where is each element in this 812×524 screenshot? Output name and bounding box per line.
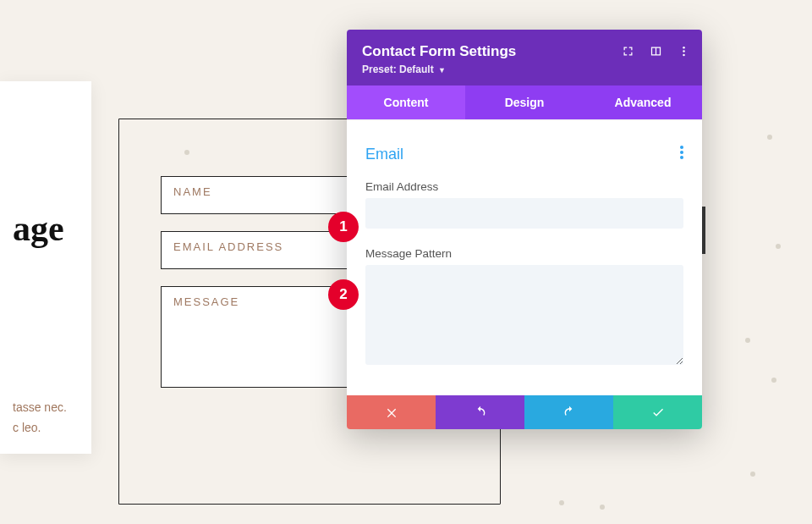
email-address-label: Email Address [365, 180, 683, 193]
svg-point-4 [680, 151, 683, 154]
email-address-input[interactable] [365, 198, 683, 229]
save-button[interactable] [613, 395, 702, 429]
section-header: Email [365, 146, 683, 163]
modal-preset[interactable]: Preset: Default ▼ [362, 63, 687, 75]
bg-dot [776, 244, 781, 249]
expand-icon[interactable] [622, 45, 634, 58]
section-title[interactable]: Email [365, 146, 403, 163]
settings-modal: Contact Form Settings Preset: Default ▼ … [347, 30, 702, 429]
form-email-placeholder: EMAIL ADDRESS [173, 240, 283, 253]
modal-header-icons [622, 45, 690, 58]
lorem-line: tasse nec. [13, 398, 79, 418]
callout-badge-1: 1 [328, 212, 359, 242]
bg-dot [750, 472, 755, 477]
tab-advanced[interactable]: Advanced [584, 85, 702, 119]
caret-down-icon: ▼ [438, 66, 446, 74]
form-message-placeholder: MESSAGE [173, 295, 239, 308]
message-pattern-input[interactable] [365, 265, 683, 365]
modal-header: Contact Form Settings Preset: Default ▼ [347, 30, 702, 85]
section-more-icon[interactable] [680, 146, 683, 163]
more-vertical-icon[interactable] [678, 45, 690, 58]
tab-design[interactable]: Design [465, 85, 584, 119]
svg-point-5 [680, 156, 683, 159]
svg-point-0 [683, 47, 685, 49]
bg-dot [559, 500, 564, 505]
svg-point-2 [683, 54, 685, 57]
left-card: age tasse nec. c leo. [0, 81, 91, 454]
svg-point-1 [683, 50, 685, 52]
callout-badge-2: 2 [328, 279, 359, 310]
modal-body: Email Email Address Message Pattern [347, 119, 702, 395]
email-address-group: Email Address [365, 180, 683, 229]
preset-label: Preset: [362, 63, 397, 75]
bg-dot [745, 338, 750, 343]
message-pattern-label: Message Pattern [365, 247, 683, 260]
form-name-placeholder: NAME [173, 185, 212, 198]
bg-dot [767, 135, 772, 140]
cancel-button[interactable] [347, 395, 436, 429]
message-pattern-group: Message Pattern [365, 247, 683, 368]
modal-footer [347, 395, 702, 429]
modal-tabs: Content Design Advanced [347, 85, 702, 119]
layout-split-icon[interactable] [650, 45, 662, 58]
lorem-line: c leo. [13, 418, 79, 439]
preset-value: Default [399, 63, 434, 75]
bg-dot [771, 378, 776, 383]
bg-dot [600, 505, 605, 510]
redo-button[interactable] [524, 395, 613, 429]
page-heading: age [13, 208, 79, 249]
undo-button[interactable] [436, 395, 524, 429]
svg-point-3 [680, 146, 683, 149]
page-lorem: tasse nec. c leo. [13, 398, 79, 439]
tab-content[interactable]: Content [347, 85, 465, 119]
